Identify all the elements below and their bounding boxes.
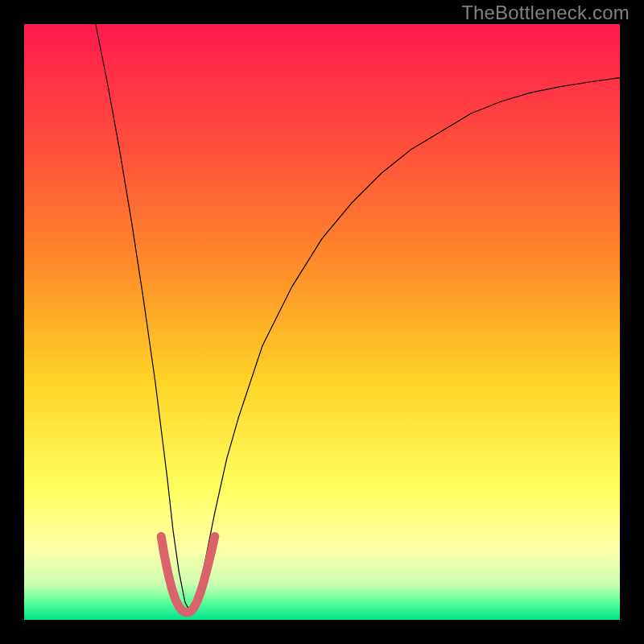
plot-area xyxy=(24,24,620,620)
gradient-background xyxy=(24,24,620,620)
chart-root: TheBottleneck.com xyxy=(0,0,644,644)
chart-svg xyxy=(24,24,620,620)
watermark-text: TheBottleneck.com xyxy=(461,2,630,24)
